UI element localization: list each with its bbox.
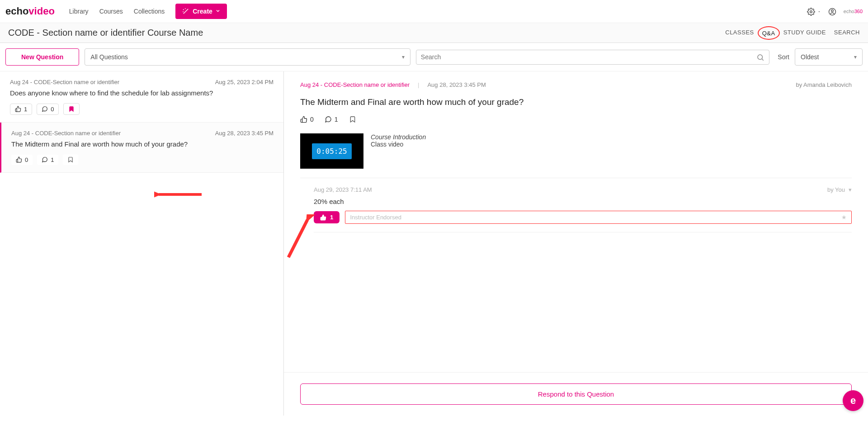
- question-item[interactable]: Aug 24 - CODE-Section name or identifier…: [0, 71, 283, 123]
- response-date: Aug 29, 2023 7:11 AM: [314, 186, 372, 193]
- sort-value: Oldest: [801, 53, 819, 61]
- response-text: 20% each: [314, 198, 852, 205]
- like-button[interactable]: 0: [11, 155, 33, 165]
- reply-count-button[interactable]: 0: [37, 104, 59, 115]
- user-icon[interactable]: [828, 7, 836, 16]
- nav-library[interactable]: Library: [69, 8, 89, 15]
- endorsed-label: Instructor Endorsed: [350, 214, 401, 221]
- bookmark-button[interactable]: [63, 154, 78, 165]
- search-box[interactable]: [416, 50, 769, 65]
- like-count: 1: [24, 106, 27, 113]
- page-title: CODE - Section name or identifier Course…: [8, 28, 203, 38]
- thumbs-up-icon: [15, 106, 21, 112]
- annotation-arrow: [279, 214, 316, 260]
- brand-logo[interactable]: echovideo: [5, 5, 55, 17]
- question-date: Aug 25, 2023 2:04 PM: [215, 79, 274, 85]
- like-count: 0: [310, 116, 314, 123]
- response-like-button[interactable]: 1: [314, 211, 340, 223]
- question-text: The Midterm and Final are worth how much…: [11, 140, 274, 148]
- create-label: Create: [193, 8, 212, 15]
- detail-author: by Amanda Leibovich: [796, 81, 852, 88]
- logo-text-1: echo: [5, 5, 28, 17]
- top-nav: echovideo Library Courses Collections Cr…: [0, 0, 868, 23]
- section-tabs: CLASSES Q&A STUDY GUIDE SEARCH: [725, 29, 860, 37]
- chevron-down-icon: ▾: [854, 54, 857, 60]
- response-like-count: 1: [330, 214, 333, 221]
- thumbs-up-icon: [16, 156, 22, 163]
- search-input[interactable]: [421, 53, 756, 61]
- question-detail: Aug 24 - CODE-Section name or identifier…: [284, 71, 868, 416]
- filter-dropdown[interactable]: All Questions ▾: [85, 48, 410, 66]
- logo-text-2: video: [28, 5, 54, 17]
- reply-count: 1: [335, 116, 338, 123]
- tab-qa[interactable]: Q&A: [762, 30, 775, 37]
- video-reference[interactable]: 0:05:25 Course Introduction Class video: [300, 133, 852, 178]
- respond-bar: Respond to this Question: [284, 372, 868, 416]
- like-count: 0: [25, 156, 28, 163]
- annotation-arrow: [154, 188, 204, 201]
- bookmark-icon: [68, 105, 75, 113]
- bookmark-button[interactable]: [349, 115, 356, 123]
- wand-icon: [182, 7, 190, 15]
- star-icon: ★: [841, 214, 847, 221]
- question-list: Aug 24 - CODE-Section name or identifier…: [0, 71, 284, 416]
- question-source: Aug 24 - CODE-Section name or identifier: [10, 79, 119, 85]
- search-icon: [756, 53, 764, 61]
- settings-icon[interactable]: [807, 7, 821, 16]
- chevron-down-icon[interactable]: ▾: [849, 186, 852, 193]
- thumbs-up-icon: [320, 214, 326, 221]
- tab-classes[interactable]: CLASSES: [725, 29, 754, 37]
- question-date: Aug 28, 2023 3:45 PM: [215, 130, 274, 137]
- sort-label: Sort: [778, 53, 789, 61]
- video-thumbnail[interactable]: 0:05:25: [300, 133, 363, 169]
- instructor-endorsed-badge[interactable]: Instructor Endorsed ★: [345, 211, 852, 224]
- detail-source[interactable]: Aug 24 - CODE-Section name or identifier: [300, 81, 410, 88]
- product-mini-logo: echo360: [844, 9, 863, 14]
- comment-icon: [325, 116, 332, 123]
- chat-fab[interactable]: e: [843, 390, 863, 411]
- response-item: Aug 29, 2023 7:11 AM by You ▾ 20% each 1…: [284, 178, 868, 232]
- svg-point-3: [758, 55, 763, 60]
- reply-count-button[interactable]: 1: [325, 116, 338, 123]
- question-item[interactable]: Aug 24 - CODE-Section name or identifier…: [0, 123, 283, 173]
- bookmark-icon: [67, 156, 74, 163]
- question-text: Does anyone know where to find the sched…: [10, 89, 274, 97]
- main-panes: Aug 24 - CODE-Section name or identifier…: [0, 71, 868, 416]
- sort-dropdown[interactable]: Oldest ▾: [795, 48, 863, 66]
- chat-icon: e: [850, 395, 856, 407]
- comment-icon: [42, 106, 48, 112]
- detail-question-text: The Midterm and Final are worth how much…: [300, 97, 852, 107]
- like-button[interactable]: 1: [10, 104, 32, 115]
- respond-button[interactable]: Respond to this Question: [300, 383, 852, 405]
- response-author: by You: [827, 186, 845, 193]
- chevron-down-icon: ▾: [402, 54, 405, 60]
- svg-line-5: [288, 220, 307, 257]
- qa-toolbar: New Question All Questions ▾ Sort Oldest…: [0, 43, 868, 71]
- reply-count: 1: [51, 156, 54, 163]
- tab-study-guide[interactable]: STUDY GUIDE: [783, 29, 826, 37]
- create-button[interactable]: Create: [175, 4, 227, 19]
- reply-count: 0: [51, 106, 54, 113]
- breadcrumb-bar: CODE - Section name or identifier Course…: [0, 23, 868, 43]
- video-subtitle: Class video: [371, 141, 426, 148]
- chevron-down-icon: [215, 8, 221, 15]
- video-timecode: 0:05:25: [312, 143, 351, 159]
- video-title: Course Introduction: [371, 133, 426, 141]
- bookmark-icon: [349, 115, 356, 123]
- new-question-button[interactable]: New Question: [5, 48, 79, 66]
- tab-search[interactable]: SEARCH: [834, 29, 860, 37]
- nav-courses[interactable]: Courses: [99, 8, 123, 15]
- nav-collections[interactable]: Collections: [134, 8, 165, 15]
- detail-date: Aug 28, 2023 3:45 PM: [427, 81, 486, 88]
- filter-label: All Questions: [90, 53, 127, 61]
- svg-point-0: [810, 10, 812, 13]
- bookmark-button[interactable]: [63, 103, 80, 115]
- comment-icon: [42, 156, 48, 163]
- thumbs-up-icon: [300, 116, 307, 123]
- like-button[interactable]: 0: [300, 116, 314, 123]
- reply-count-button[interactable]: 1: [37, 155, 58, 165]
- question-source: Aug 24 - CODE-Section name or identifier: [11, 130, 121, 137]
- svg-point-2: [831, 9, 834, 12]
